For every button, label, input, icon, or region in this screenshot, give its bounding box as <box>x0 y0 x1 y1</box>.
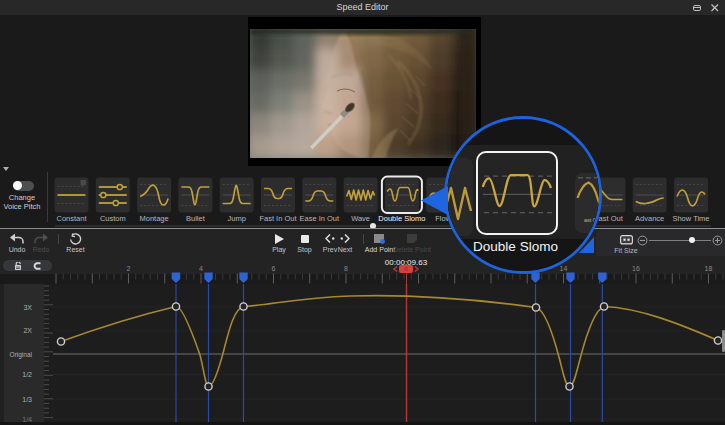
svg-text:2: 2 <box>127 265 131 272</box>
svg-text:18: 18 <box>705 265 713 272</box>
svg-text:6: 6 <box>272 265 276 272</box>
svg-text:Original: Original <box>10 350 33 358</box>
svg-text:4: 4 <box>199 265 203 272</box>
svg-text:1/3: 1/3 <box>22 395 32 402</box>
svg-text:3X: 3X <box>23 303 32 310</box>
svg-text:16: 16 <box>632 265 640 272</box>
svg-text:2X: 2X <box>23 327 32 334</box>
svg-text:8: 8 <box>344 265 348 272</box>
svg-text:1/2: 1/2 <box>22 371 32 378</box>
